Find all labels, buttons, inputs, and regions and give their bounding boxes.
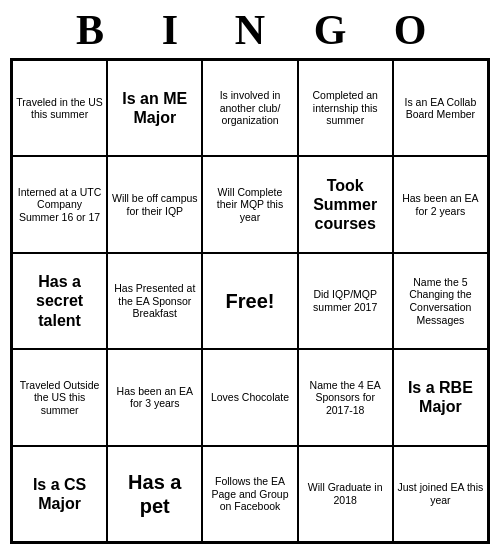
- cell-1: Is an ME Major: [107, 60, 202, 156]
- cell-22: Follows the EA Page and Group on Faceboo…: [202, 446, 297, 542]
- cell-10: Has a secret talent: [12, 253, 107, 349]
- cell-14: Name the 5 Changing the Conversation Mes…: [393, 253, 488, 349]
- cell-4: Is an EA Collab Board Member: [393, 60, 488, 156]
- title-letter-b: B: [50, 6, 130, 54]
- title-letter-o: O: [370, 6, 450, 54]
- cell-18: Name the 4 EA Sponsors for 2017-18: [298, 349, 393, 445]
- cell-19: Is a RBE Major: [393, 349, 488, 445]
- cell-11: Has Presented at the EA Sponsor Breakfas…: [107, 253, 202, 349]
- title-letter-n: N: [210, 6, 290, 54]
- cell-23: Will Graduate in 2018: [298, 446, 393, 542]
- cell-8: Took Summer courses: [298, 156, 393, 252]
- cell-7: Will Complete their MQP this year: [202, 156, 297, 252]
- cell-13: Did IQP/MQP summer 2017: [298, 253, 393, 349]
- cell-21: Has a pet: [107, 446, 202, 542]
- cell-0: Traveled in the US this summer: [12, 60, 107, 156]
- cell-2: Is involved in another club/ organizatio…: [202, 60, 297, 156]
- cell-15: Traveled Outside the US this summer: [12, 349, 107, 445]
- title-letter-g: G: [290, 6, 370, 54]
- cell-20: Is a CS Major: [12, 446, 107, 542]
- cell-17: Loves Chocolate: [202, 349, 297, 445]
- cell-6: Will be off campus for their IQP: [107, 156, 202, 252]
- cell-5: Interned at a UTC Company Summer 16 or 1…: [12, 156, 107, 252]
- cell-16: Has been an EA for 3 years: [107, 349, 202, 445]
- bingo-grid: Traveled in the US this summerIs an ME M…: [10, 58, 490, 544]
- cell-9: Has been an EA for 2 years: [393, 156, 488, 252]
- title-letter-i: I: [130, 6, 210, 54]
- cell-3: Completed an internship this summer: [298, 60, 393, 156]
- bingo-title: BINGO: [10, 6, 490, 54]
- cell-12: Free!: [202, 253, 297, 349]
- cell-24: Just joined EA this year: [393, 446, 488, 542]
